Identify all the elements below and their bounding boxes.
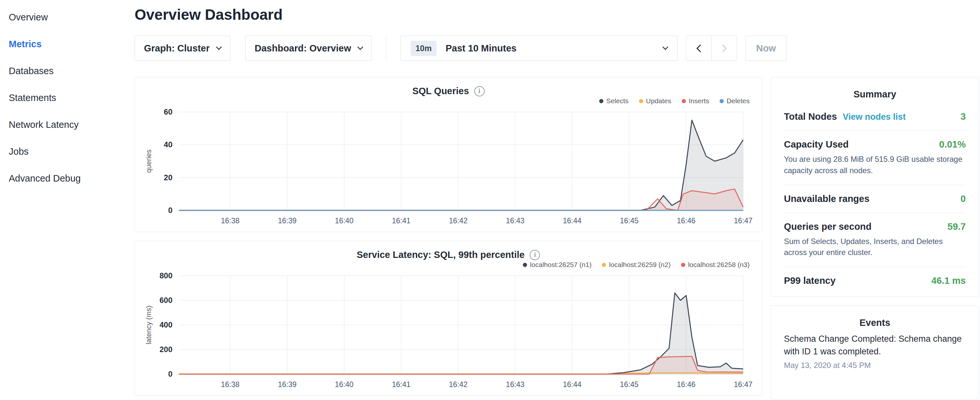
svg-text:16:46: 16:46 [677, 380, 695, 389]
sidebar-item-advanced-debug[interactable]: Advanced Debug [9, 165, 129, 192]
summary-value: 59.7 [948, 222, 966, 232]
sidebar-item-jobs[interactable]: Jobs [9, 138, 129, 165]
events-title: Events [784, 317, 966, 328]
service-latency-chart-card: Service Latency: SQL, 99th percentile i … [135, 241, 762, 396]
legend-item[interactable]: Selects [599, 96, 628, 105]
summary-title: Summary [784, 89, 966, 100]
sidebar-item-databases[interactable]: Databases [9, 57, 129, 84]
svg-text:16:44: 16:44 [563, 217, 582, 225]
legend-dot-icon [599, 99, 603, 103]
legend-dot-icon [681, 263, 685, 267]
time-range-badge: 10m [410, 41, 436, 56]
sidebar: Overview Metrics Databases Statements Ne… [0, 0, 129, 400]
now-button[interactable]: Now [745, 36, 786, 61]
summary-description: You are using 28.6 MiB of 515.9 GiB usab… [784, 154, 966, 176]
summary-value: 46.1 ms [931, 276, 966, 286]
chart-svg[interactable]: 16:3816:3916:4016:4116:4216:4316:4416:45… [143, 271, 754, 391]
summary-label: Queries per second [784, 222, 872, 232]
svg-text:600: 600 [159, 296, 172, 304]
svg-text:40: 40 [164, 140, 172, 149]
chart-legend: localhost:26257 (n1)localhost:26259 (n2)… [143, 260, 749, 269]
legend-dot-icon [682, 99, 686, 103]
svg-text:16:45: 16:45 [620, 380, 639, 389]
svg-text:16:41: 16:41 [392, 217, 410, 225]
chevron-left-icon [696, 44, 704, 52]
legend-item[interactable]: Inserts [682, 96, 709, 105]
chart-svg[interactable]: 16:3816:3916:4016:4116:4216:4316:4416:45… [143, 107, 754, 227]
page-title: Overview Dashboard [135, 6, 979, 23]
legend-item[interactable]: localhost:26257 (n1) [523, 260, 592, 269]
graph-scope-label: Graph: Cluster [144, 43, 210, 54]
svg-text:400: 400 [159, 320, 172, 329]
summary-description: Sum of Selects, Updates, Inserts, and De… [784, 236, 966, 258]
svg-text:20: 20 [164, 173, 172, 182]
summary-label: Total Nodes [784, 112, 837, 122]
time-back-button[interactable] [686, 36, 711, 61]
chart-canvas[interactable]: 16:3816:3916:4016:4116:4216:4316:4416:45… [143, 107, 754, 228]
svg-text:16:41: 16:41 [392, 380, 410, 389]
summary-value: 3 [961, 112, 966, 122]
svg-text:16:38: 16:38 [221, 217, 240, 225]
legend-item[interactable]: Deletes [719, 96, 749, 105]
main-content: Overview Dashboard Graph: Cluster Dashbo… [129, 0, 980, 400]
legend-item[interactable]: localhost:26259 (n2) [602, 260, 670, 269]
time-step-buttons [686, 36, 737, 61]
summary-row-queries-per-second: Queries per second 59.7 Sum of Selects, … [784, 213, 966, 267]
chevron-down-icon [357, 44, 363, 50]
svg-text:0: 0 [168, 370, 172, 378]
svg-text:16:44: 16:44 [563, 380, 582, 389]
sidebar-item-metrics[interactable]: Metrics [9, 31, 129, 57]
summary-value: 0 [961, 193, 966, 204]
legend-item[interactable]: localhost:26258 (n3) [681, 260, 749, 269]
dashboard-label: Dashboard: Overview [255, 43, 351, 54]
time-forward-button[interactable] [711, 36, 737, 61]
chart-title-row: SQL Queries i [143, 84, 754, 96]
toolbar: Graph: Cluster Dashboard: Overview 10m P… [135, 36, 979, 61]
chevron-down-icon [216, 44, 222, 50]
sidebar-item-statements[interactable]: Statements [9, 84, 129, 112]
svg-text:200: 200 [159, 345, 172, 354]
legend-dot-icon [602, 263, 606, 267]
info-icon[interactable]: i [530, 250, 540, 260]
svg-text:0: 0 [168, 206, 172, 215]
chart-title: SQL Queries [412, 86, 469, 96]
graph-scope-dropdown[interactable]: Graph: Cluster [135, 36, 231, 61]
summary-label: P99 latency [784, 276, 836, 286]
right-column: Summary Total Nodes View nodes list 3 Ca… [771, 77, 979, 399]
svg-text:16:47: 16:47 [734, 217, 752, 225]
sidebar-item-network-latency[interactable]: Network Latency [9, 112, 129, 138]
svg-text:latency (ms): latency (ms) [145, 306, 153, 344]
events-panel: Events Schema Change Completed: Schema c… [771, 306, 979, 399]
summary-row-p99-latency: P99 latency 46.1 ms [784, 267, 966, 295]
chart-title-row: Service Latency: SQL, 99th percentile i [143, 248, 754, 260]
svg-text:16:42: 16:42 [449, 380, 468, 389]
legend-dot-icon [523, 263, 527, 267]
time-range-dropdown[interactable]: 10m Past 10 Minutes [401, 36, 678, 61]
summary-row-unavailable-ranges: Unavailable ranges 0 [784, 185, 966, 213]
chevron-right-icon [719, 44, 727, 52]
sidebar-item-overview[interactable]: Overview [9, 4, 129, 31]
legend-item[interactable]: Updates [639, 96, 671, 105]
svg-text:16:39: 16:39 [278, 217, 297, 225]
app-root: Overview Metrics Databases Statements Ne… [0, 0, 980, 400]
summary-label: Capacity Used [784, 139, 849, 150]
view-nodes-list-link[interactable]: View nodes list [843, 112, 906, 122]
svg-text:16:40: 16:40 [335, 217, 354, 225]
summary-panel: Summary Total Nodes View nodes list 3 Ca… [771, 77, 979, 297]
summary-value: 0.01% [939, 139, 966, 150]
svg-text:16:43: 16:43 [506, 380, 525, 389]
chart-canvas[interactable]: 16:3816:3916:4016:4116:4216:4316:4416:45… [143, 271, 754, 392]
legend-dot-icon [719, 99, 724, 103]
svg-text:16:38: 16:38 [221, 380, 240, 389]
info-icon[interactable]: i [474, 86, 485, 96]
svg-text:16:39: 16:39 [278, 380, 297, 389]
time-range-label: Past 10 Minutes [445, 43, 516, 54]
chevron-down-icon [662, 44, 668, 50]
dashboard-dropdown[interactable]: Dashboard: Overview [245, 36, 372, 61]
charts-column: SQL Queries i SelectsUpdatesInsertsDelet… [135, 77, 762, 400]
svg-text:16:45: 16:45 [620, 217, 639, 225]
event-item[interactable]: Schema Change Completed: Schema change w… [784, 333, 966, 370]
legend-dot-icon [639, 99, 643, 103]
event-timestamp: May 13, 2020 at 4:45 PM [784, 361, 966, 370]
svg-text:60: 60 [164, 107, 172, 116]
